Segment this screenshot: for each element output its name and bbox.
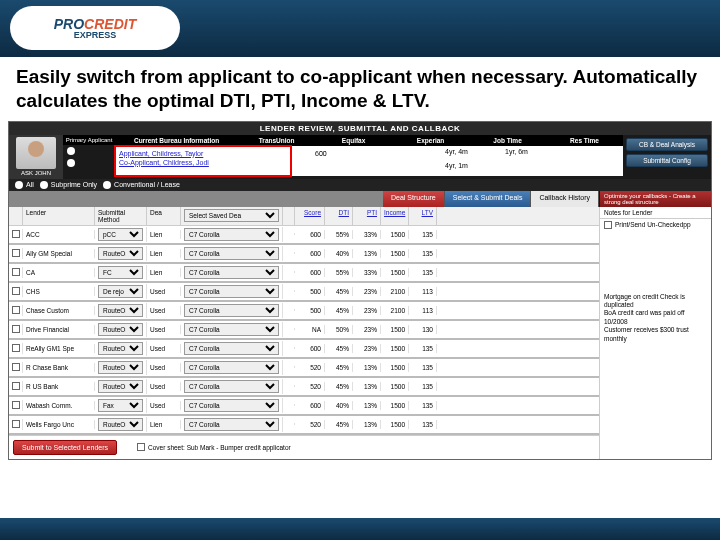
spacer bbox=[283, 385, 295, 387]
col-pti[interactable]: PTI bbox=[353, 207, 381, 225]
pti-cell: 23% bbox=[353, 306, 381, 315]
lender-row: R Chase BankRouteOneUsedC7 Corolla52045%… bbox=[9, 359, 599, 378]
method-select[interactable]: FC bbox=[95, 265, 147, 280]
deal-select[interactable]: C7 Corolla bbox=[181, 379, 283, 394]
lender-name: Chase Custom bbox=[23, 306, 95, 315]
submittal-config-button[interactable]: Submittal Config bbox=[626, 154, 708, 167]
pti-cell: 13% bbox=[353, 382, 381, 391]
deal-select[interactable]: C7 Corolla bbox=[181, 265, 283, 280]
job-time-2: 4yr, 1m bbox=[445, 162, 468, 169]
col-checkbox bbox=[9, 207, 23, 225]
ltv-cell: 135 bbox=[409, 363, 437, 372]
score-cell: 600 bbox=[295, 249, 325, 258]
score-cell: 520 bbox=[295, 363, 325, 372]
bureau-header-job: Job Time bbox=[469, 135, 546, 146]
deal-select[interactable]: C7 Corolla bbox=[181, 360, 283, 375]
row-checkbox[interactable] bbox=[12, 363, 20, 371]
row-checkbox[interactable] bbox=[12, 230, 20, 238]
method-select[interactable]: Fax bbox=[95, 398, 147, 413]
method-select[interactable]: RouteOne bbox=[95, 322, 147, 337]
method-select[interactable]: RouteOne bbox=[95, 417, 147, 432]
lender-row: R US BankRouteOneUsedC7 Corolla52045%13%… bbox=[9, 378, 599, 397]
bottom-banner bbox=[0, 518, 720, 540]
row-checkbox[interactable] bbox=[12, 249, 20, 257]
income-cell: 1500 bbox=[381, 325, 409, 334]
dea-cell: Used bbox=[147, 325, 181, 334]
deal-select[interactable]: C7 Corolla bbox=[181, 227, 283, 242]
method-select[interactable]: RouteOne bbox=[95, 303, 147, 318]
ltv-cell: 130 bbox=[409, 325, 437, 334]
lender-name: CA bbox=[23, 268, 95, 277]
pti-cell: 13% bbox=[353, 249, 381, 258]
print-label: Print/Send Un-Checkedpp bbox=[615, 221, 691, 228]
row-checkbox[interactable] bbox=[12, 382, 20, 390]
lender-name: Drive Financial bbox=[23, 325, 95, 334]
ltv-cell: 135 bbox=[409, 401, 437, 410]
dti-cell: 45% bbox=[325, 420, 353, 429]
primary-radio[interactable] bbox=[67, 147, 75, 155]
row-checkbox[interactable] bbox=[12, 325, 20, 333]
cb-deal-analysis-button[interactable]: CB & Deal Analysis bbox=[626, 138, 708, 151]
col-ltv[interactable]: LTV bbox=[409, 207, 437, 225]
notes-body: Mortgage on credit Check is duplicatedBo… bbox=[600, 231, 711, 346]
spacer bbox=[283, 252, 295, 254]
lender-name: CHS bbox=[23, 287, 95, 296]
row-checkbox[interactable] bbox=[12, 420, 20, 428]
deal-select[interactable]: C7 Corolla bbox=[181, 284, 283, 299]
row-checkbox[interactable] bbox=[12, 344, 20, 352]
dea-cell: Used bbox=[147, 344, 181, 353]
col-dti[interactable]: DTI bbox=[325, 207, 353, 225]
spacer bbox=[283, 233, 295, 235]
filter-conventional-radio[interactable] bbox=[103, 181, 111, 189]
deal-select[interactable]: C7 Corolla bbox=[181, 322, 283, 337]
deal-select[interactable]: C7 Corolla bbox=[181, 246, 283, 261]
row-checkbox[interactable] bbox=[12, 401, 20, 409]
pti-cell: 13% bbox=[353, 420, 381, 429]
filter-subprime-radio[interactable] bbox=[40, 181, 48, 189]
dea-cell: Lien bbox=[147, 230, 181, 239]
col-income[interactable]: Income bbox=[381, 207, 409, 225]
method-select[interactable]: pCC bbox=[95, 227, 147, 242]
method-select[interactable]: RouteOne bbox=[95, 360, 147, 375]
ask-john-label[interactable]: ASK JOHN bbox=[9, 170, 63, 176]
dea-cell: Used bbox=[147, 401, 181, 410]
tab-deal-structure[interactable]: Deal Structure bbox=[383, 191, 445, 207]
trans-score: 600 bbox=[315, 150, 327, 157]
spacer bbox=[283, 366, 295, 368]
footer-checkbox[interactable] bbox=[137, 443, 145, 451]
filter-all-radio[interactable] bbox=[15, 181, 23, 189]
deal-select[interactable]: C7 Corolla bbox=[181, 398, 283, 413]
coapplicant-radio[interactable] bbox=[67, 159, 75, 167]
applicant-link[interactable]: Applicant, Childress, Taylor bbox=[119, 150, 619, 157]
ltv-cell: 113 bbox=[409, 287, 437, 296]
bureau-header-trans: TransUnion bbox=[238, 135, 315, 146]
row-checkbox[interactable] bbox=[12, 268, 20, 276]
row-checkbox[interactable] bbox=[12, 306, 20, 314]
lender-name: ReAlly GM1 Spe bbox=[23, 344, 95, 353]
deal-select[interactable]: C7 Corolla bbox=[181, 303, 283, 318]
submit-lenders-button[interactable]: Submit to Selected Lenders bbox=[13, 440, 117, 455]
score-cell: 600 bbox=[295, 230, 325, 239]
col-deal-select[interactable]: Select Saved Dea bbox=[181, 207, 283, 225]
score-cell: 520 bbox=[295, 382, 325, 391]
tab-select-submit[interactable]: Select & Submit Deals bbox=[445, 191, 532, 207]
coapplicant-link[interactable]: Co-Applicant, Childress, Jodi bbox=[119, 159, 619, 166]
tab-callback-history[interactable]: Callback History bbox=[531, 191, 599, 207]
ltv-cell: 135 bbox=[409, 382, 437, 391]
deal-select[interactable]: C7 Corolla bbox=[181, 417, 283, 432]
score-cell: 600 bbox=[295, 344, 325, 353]
col-score[interactable]: Score bbox=[295, 207, 325, 225]
income-cell: 1500 bbox=[381, 268, 409, 277]
row-checkbox[interactable] bbox=[12, 287, 20, 295]
method-select[interactable]: RouteOne bbox=[95, 341, 147, 356]
deal-select[interactable]: C7 Corolla bbox=[181, 341, 283, 356]
method-select[interactable]: De rejo bbox=[95, 284, 147, 299]
print-checkbox[interactable] bbox=[604, 221, 612, 229]
lender-name: R Chase Bank bbox=[23, 363, 95, 372]
logo: PROCREDIT EXPRESS bbox=[10, 6, 180, 50]
bureau-header-cb: Current Bureau Information bbox=[115, 135, 238, 146]
lender-row: Drive FinancialRouteOneUsedC7 CorollaNA5… bbox=[9, 321, 599, 340]
dea-cell: Used bbox=[147, 382, 181, 391]
method-select[interactable]: RouteOne bbox=[95, 379, 147, 394]
method-select[interactable]: RouteOne bbox=[95, 246, 147, 261]
